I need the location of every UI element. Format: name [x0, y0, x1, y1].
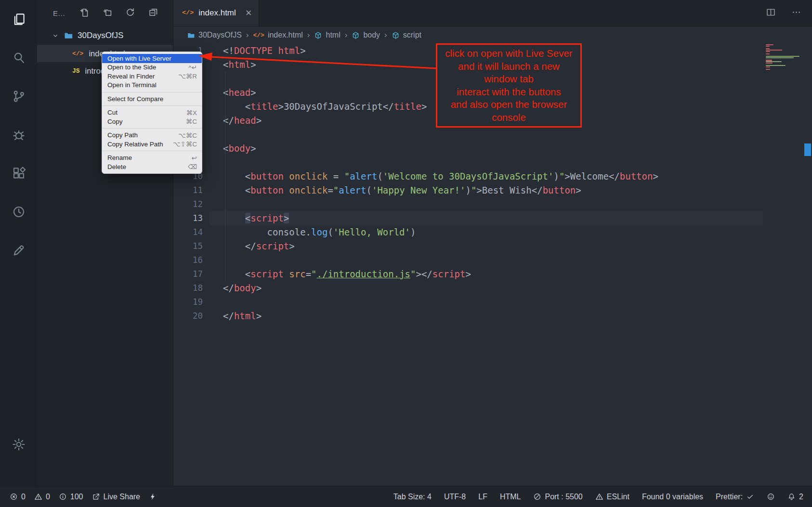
menu-item-open-with-live-server[interactable]: Open with Live Server — [102, 54, 202, 63]
split-editor-button[interactable] — [766, 7, 776, 19]
breadcrumb-item-html[interactable]: html — [314, 31, 340, 39]
pen-icon — [12, 243, 26, 258]
breadcrumb: 30DaysOfJS›</>index.html›html›body›scrip… — [173, 26, 812, 44]
menu-separator — [102, 105, 202, 106]
breadcrumb-item-script[interactable]: script — [392, 31, 421, 39]
activity-bar — [0, 0, 37, 486]
status-notifications[interactable]: 2 — [787, 493, 803, 501]
minimap-line — [766, 61, 782, 62]
code-line-text[interactable] — [210, 295, 763, 309]
activity-bar-item-explorer[interactable] — [0, 0, 37, 39]
activity-bar-item-timeline[interactable] — [0, 193, 37, 231]
minimap[interactable] — [763, 42, 803, 486]
code-line-text[interactable]: <script src="./introduction.js"></script… — [210, 267, 763, 281]
status-eol[interactable]: LF — [478, 493, 487, 501]
code-line-text[interactable] — [210, 128, 763, 142]
menu-item-rename[interactable]: Rename ↩ — [102, 154, 202, 163]
status-prettier[interactable]: Prettier: — [716, 493, 754, 501]
code-line-text[interactable]: <script> — [210, 211, 763, 225]
status-tab-size[interactable]: Tab Size: 4 — [393, 493, 432, 501]
search-icon — [12, 51, 26, 65]
status-info[interactable]: 100 — [59, 493, 83, 501]
status-feedback-smiley[interactable] — [767, 493, 775, 501]
annotation-text-line: and also open the browser — [438, 98, 579, 111]
code-line-text[interactable] — [210, 197, 763, 211]
status-eslint[interactable]: ESLint — [595, 493, 629, 501]
menu-item-select-for-compare[interactable]: Select for Compare — [102, 94, 202, 104]
status-live-share[interactable]: Live Share — [92, 493, 141, 501]
tree-root-folder[interactable]: 30DaysOfJS — [37, 26, 173, 45]
tab-bar: </> index.html × — [173, 0, 812, 26]
check-icon — [746, 493, 754, 501]
folder-icon — [187, 31, 195, 39]
scrollbar[interactable] — [803, 26, 812, 486]
status-language-mode[interactable]: HTML — [500, 493, 521, 501]
activity-bar-item-run-debug[interactable] — [0, 116, 37, 154]
menu-item-copy[interactable]: Copy ⌘C — [102, 117, 202, 126]
refresh-icon — [125, 7, 135, 17]
new-file-button[interactable] — [79, 7, 89, 19]
collapse-folders-button[interactable] — [148, 7, 158, 19]
chevron-down-icon — [52, 32, 59, 39]
more-actions-button[interactable] — [791, 7, 801, 19]
menu-item-copy-relative-path[interactable]: Copy Relative Path ⌥⇧⌘C — [102, 140, 202, 149]
breadcrumb-item-body[interactable]: body — [352, 31, 380, 39]
line-number: 14 — [173, 225, 210, 239]
status-encoding[interactable]: UTF-8 — [444, 493, 466, 501]
bell-icon — [787, 493, 796, 501]
new-folder-button[interactable] — [102, 7, 112, 19]
code-line-text[interactable] — [210, 156, 763, 169]
code-line-13: 13 <script> — [173, 211, 812, 225]
clock-icon — [12, 205, 26, 219]
menu-item-delete[interactable]: Delete ⌫ — [102, 162, 202, 171]
code-line-text[interactable]: </html> — [210, 309, 763, 323]
code-line-text[interactable]: <body> — [210, 142, 763, 156]
menu-item-copy-path[interactable]: Copy Path ⌥⌘C — [102, 131, 202, 140]
symbol-cube-icon — [392, 31, 400, 39]
status-live-server-port[interactable]: Port : 5500 — [533, 493, 582, 501]
refresh-explorer-button[interactable] — [125, 7, 135, 19]
code-line-text[interactable]: <button onclick = "alert('Welcome to 30D… — [210, 169, 763, 183]
more-actions-icon — [791, 7, 801, 17]
status-variables[interactable]: Found 0 variables — [642, 493, 703, 501]
warning-icon — [34, 493, 42, 501]
breadcrumb-item-index-html[interactable]: </>index.html — [253, 31, 302, 39]
minimap-line — [766, 57, 794, 58]
close-icon[interactable]: × — [246, 8, 252, 18]
split-editor-icon — [766, 7, 776, 17]
error-icon — [10, 493, 18, 501]
activity-bar-item-feedback[interactable] — [0, 231, 37, 270]
activity-bar-item-source-control[interactable] — [0, 77, 37, 116]
activity-bar-item-settings[interactable] — [0, 425, 37, 464]
menu-item-open-to-the-side[interactable]: Open to the Side ^↵ — [102, 63, 202, 72]
menu-item-cut[interactable]: Cut ⌘X — [102, 108, 202, 117]
minimap-line — [766, 66, 770, 67]
symbol-cube-icon — [314, 31, 322, 39]
minimap-line — [766, 46, 770, 47]
code-line-17: 17 <script src="./introduction.js"></scr… — [173, 267, 812, 281]
status-warnings[interactable]: 0 — [34, 493, 50, 501]
menu-item-open-in-terminal[interactable]: Open in Terminal — [102, 81, 202, 90]
status-errors[interactable]: 0 — [10, 493, 26, 501]
code-line-text[interactable] — [210, 253, 763, 267]
minimap-line — [766, 63, 773, 64]
line-number: 20 — [173, 309, 210, 323]
code-line-text[interactable]: </script> — [210, 239, 763, 253]
line-number: 16 — [173, 253, 210, 267]
code-line-text[interactable]: console.log('Hello, World') — [210, 225, 763, 239]
status-bolt[interactable] — [149, 493, 157, 501]
html-file-icon: </> — [253, 32, 264, 39]
tab-index-html[interactable]: </> index.html × — [173, 0, 259, 26]
context-menu: Open with Live Server Open to the Side ^… — [102, 52, 202, 174]
code-line-text[interactable]: </body> — [210, 281, 763, 295]
activity-bar-item-extensions[interactable] — [0, 154, 37, 193]
code-line-15: 15 </script> — [173, 239, 812, 253]
minimap-line — [766, 69, 770, 70]
breadcrumb-item-30daysofjs[interactable]: 30DaysOfJS — [187, 31, 242, 39]
info-icon — [59, 493, 67, 501]
code-line-text[interactable]: <button onclick="alert('Happy New Year!'… — [210, 183, 763, 197]
menu-item-reveal-in-finder[interactable]: Reveal in Finder ⌥⌘R — [102, 72, 202, 81]
minimap-line — [766, 50, 782, 51]
minimap-line — [766, 51, 770, 52]
activity-bar-item-search[interactable] — [0, 39, 37, 77]
